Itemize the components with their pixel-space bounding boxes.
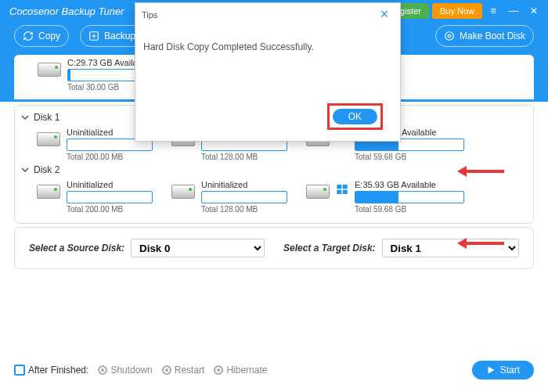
usage-bar	[201, 191, 287, 203]
hdd-icon	[306, 185, 330, 199]
svg-point-2	[448, 34, 451, 38]
backup-label: Backup	[104, 31, 135, 41]
after-finished-label: After Finished:	[28, 365, 88, 376]
hdd-icon	[37, 185, 60, 199]
close-icon[interactable]: ×	[375, 6, 394, 23]
annotation-arrow	[457, 238, 504, 249]
partition-total: Total 128.00 MB	[201, 153, 287, 161]
usage-bar	[67, 191, 153, 203]
minimize-icon[interactable]: —	[504, 2, 523, 20]
make-boot-disk-button[interactable]: Make Boot Disk	[435, 25, 534, 47]
disc-icon	[444, 31, 455, 41]
close-window-icon[interactable]: ✕	[525, 2, 543, 20]
menu-icon[interactable]: ≡	[484, 2, 503, 20]
chevron-down-icon	[21, 113, 29, 121]
windows-icon	[336, 183, 348, 196]
disk-header[interactable]: Disk 2	[20, 161, 528, 180]
hdd-icon	[37, 132, 60, 146]
dialog-title: Tips	[142, 10, 157, 20]
disk-selectors: Select a Source Disk: Disk 0 Select a Ta…	[14, 227, 534, 269]
svg-rect-7	[337, 185, 341, 189]
partition-label: Uninitialized	[201, 180, 287, 189]
ok-highlight: OK	[327, 103, 383, 130]
usage-bar	[355, 191, 464, 203]
partition-total: Total 59.68 GB	[355, 153, 464, 161]
copy-label: Copy	[38, 31, 60, 41]
svg-rect-9	[337, 190, 341, 194]
partition-label: Uninitialized	[67, 180, 153, 189]
partition-total: Total 59.68 GB	[355, 205, 464, 214]
partition-block[interactable]: UninitializedTotal 200.00 MB	[37, 180, 153, 214]
start-button[interactable]: Start	[472, 361, 534, 379]
refresh-icon	[23, 31, 34, 41]
source-disk-select[interactable]: Disk 0	[131, 239, 265, 257]
svg-rect-8	[343, 185, 348, 189]
play-icon	[486, 365, 496, 375]
plus-square-icon	[88, 31, 99, 41]
source-label: Select a Source Disk:	[29, 243, 124, 254]
tips-dialog: Tips × Hard Disk Copy Completed Successf…	[135, 2, 401, 142]
hdd-icon	[171, 185, 195, 199]
radio-restart[interactable]: Restart	[162, 365, 205, 376]
buy-now-button[interactable]: Buy Now	[432, 3, 482, 19]
annotation-arrow	[457, 166, 504, 177]
ok-button[interactable]: OK	[333, 109, 377, 124]
svg-rect-10	[343, 190, 348, 194]
copy-button[interactable]: Copy	[14, 25, 69, 47]
target-label: Select a Target Disk:	[283, 243, 376, 254]
after-finished-checkbox[interactable]	[14, 365, 25, 376]
partition-block[interactable]: UninitializedTotal 128.00 MB	[171, 180, 287, 214]
svg-point-1	[445, 32, 454, 41]
dialog-message: Hard Disk Copy Completed Successfully.	[135, 26, 400, 52]
radio-hibernate[interactable]: Hibernate	[214, 365, 267, 376]
partition-block[interactable]: E:35.93 GB AvailableTotal 59.68 GB	[306, 180, 464, 214]
partition-total: Total 200.00 MB	[67, 153, 153, 161]
partition-total: Total 200.00 MB	[67, 205, 153, 214]
radio-shutdown[interactable]: Shutdown	[98, 365, 152, 376]
partition-label: E:35.93 GB Available	[355, 180, 464, 189]
boot-label: Make Boot Disk	[460, 31, 525, 41]
hdd-icon	[38, 63, 61, 77]
app-title: Cocosenor Backup Tuner	[9, 5, 124, 17]
partition-total: Total 128.00 MB	[201, 205, 287, 214]
chevron-down-icon	[21, 166, 29, 174]
